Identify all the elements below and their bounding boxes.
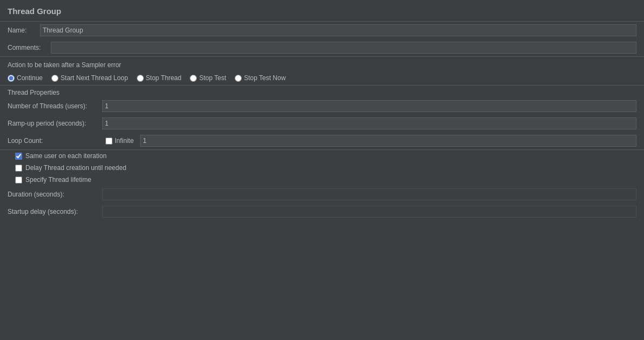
name-row: Name: xyxy=(0,22,644,39)
name-label: Name: xyxy=(8,27,40,34)
loop-count-row: Loop Count: Infinite xyxy=(0,132,644,149)
radio-item-stop-test-now[interactable]: Stop Test Now xyxy=(235,74,286,82)
radio-item-continue[interactable]: Continue xyxy=(8,74,43,82)
radio-item-stop-test[interactable]: Stop Test xyxy=(190,74,226,82)
comments-row: Comments: xyxy=(0,39,644,56)
specify-lifetime-checkbox[interactable] xyxy=(15,176,22,184)
duration-row: Duration (seconds): xyxy=(0,186,644,203)
duration-label: Duration (seconds): xyxy=(8,191,102,198)
same-user-checkbox[interactable] xyxy=(15,153,22,160)
action-radio-group: Continue Start Next Thread Loop Stop Thr… xyxy=(8,74,286,82)
same-user-label[interactable]: Same user on each iteration xyxy=(25,152,107,160)
radio-item-start-next-loop[interactable]: Start Next Thread Loop xyxy=(51,74,128,82)
name-input[interactable] xyxy=(40,24,636,36)
num-threads-input[interactable] xyxy=(102,100,636,112)
delay-thread-label[interactable]: Delay Thread creation until needed xyxy=(25,164,127,172)
specify-lifetime-label[interactable]: Specify Thread lifetime xyxy=(25,176,91,184)
loop-count-label: Loop Count: xyxy=(8,137,102,145)
radio-start-next-loop-label[interactable]: Start Next Thread Loop xyxy=(61,74,128,82)
duration-input[interactable] xyxy=(102,188,636,200)
radio-stop-test-now-label[interactable]: Stop Test Now xyxy=(244,74,286,82)
radio-start-next-loop[interactable] xyxy=(51,75,58,82)
startup-delay-input[interactable] xyxy=(102,206,636,218)
radio-stop-thread[interactable] xyxy=(137,75,144,82)
same-user-row: Same user on each iteration xyxy=(0,150,644,162)
ramp-up-input[interactable] xyxy=(102,117,636,129)
startup-delay-label: Startup delay (seconds): xyxy=(8,208,102,215)
loop-count-input[interactable] xyxy=(140,135,636,147)
ramp-up-row: Ramp-up period (seconds): xyxy=(0,115,644,132)
comments-input[interactable] xyxy=(51,42,636,54)
radio-continue[interactable] xyxy=(8,75,15,82)
radio-item-stop-thread[interactable]: Stop Thread xyxy=(137,74,182,82)
ramp-up-label: Ramp-up period (seconds): xyxy=(8,120,102,127)
num-threads-row: Number of Threads (users): xyxy=(0,97,644,115)
comments-label: Comments: xyxy=(8,44,51,51)
infinite-checkbox[interactable] xyxy=(105,138,112,145)
radio-stop-thread-label[interactable]: Stop Thread xyxy=(146,74,182,82)
startup-delay-row: Startup delay (seconds): xyxy=(0,203,644,220)
action-section-header: Action to be taken after a Sampler error xyxy=(0,57,644,71)
radio-stop-test-now[interactable] xyxy=(235,75,242,82)
radio-continue-label[interactable]: Continue xyxy=(17,74,43,82)
delay-thread-checkbox[interactable] xyxy=(15,165,22,172)
thread-props-header: Thread Properties xyxy=(0,86,644,97)
radio-stop-test[interactable] xyxy=(190,75,197,82)
delay-thread-row: Delay Thread creation until needed xyxy=(0,162,644,174)
action-radio-group-row: Continue Start Next Thread Loop Stop Thr… xyxy=(0,71,644,85)
infinite-checkbox-group: Infinite xyxy=(105,137,134,145)
specify-lifetime-row: Specify Thread lifetime xyxy=(0,174,644,186)
radio-stop-test-label[interactable]: Stop Test xyxy=(199,74,226,82)
page-title: Thread Group xyxy=(0,0,644,21)
num-threads-label: Number of Threads (users): xyxy=(8,102,102,110)
infinite-label[interactable]: Infinite xyxy=(115,137,134,145)
